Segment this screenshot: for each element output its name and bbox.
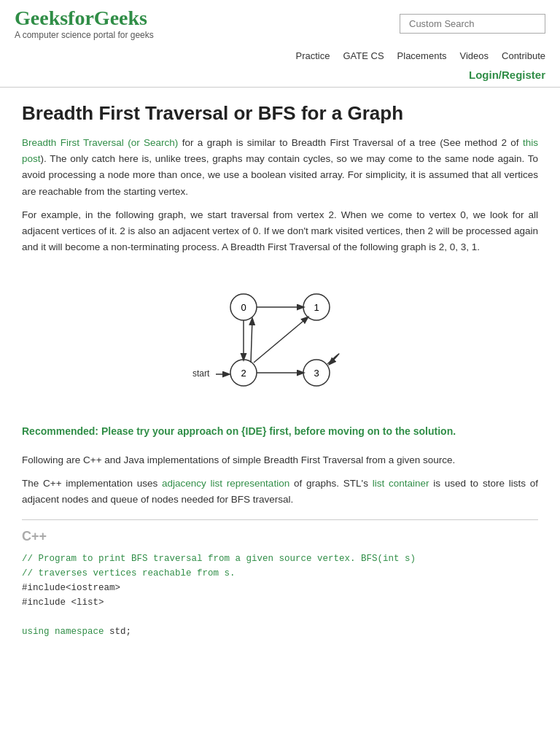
impl-paragraph1: Following are C++ and Java implementatio…: [22, 452, 538, 468]
code-line-3: #include<iostream>: [22, 581, 538, 595]
intro-text2: ). The only catch here is, unlike trees,…: [22, 153, 538, 197]
intro-text1: for a graph is similar to Breadth First …: [178, 137, 523, 148]
code-block: // Program to print BFS traversal from a…: [22, 551, 538, 639]
header-top: GeeksforGeeks A computer science portal …: [15, 7, 545, 46]
impl-text2-part1: The C++ implementation uses: [22, 478, 162, 489]
code-line-6: using namespace std;: [22, 624, 538, 639]
list-container-link[interactable]: list container: [373, 478, 429, 489]
graph-diagram: 0 1 2 3: [22, 271, 538, 402]
svg-line-12: [254, 317, 308, 363]
nav-bar: Practice GATE CS Placements Videos Contr…: [15, 46, 545, 66]
login-register-area: Login/Register: [15, 66, 545, 87]
adj-list-link[interactable]: adjacency list representation: [162, 478, 289, 489]
nav-placements[interactable]: Placements: [397, 50, 447, 66]
search-input[interactable]: [400, 14, 545, 34]
svg-line-10: [251, 319, 252, 363]
nav-contribute[interactable]: Contribute: [502, 50, 545, 66]
main-content: Breadth First Traversal or BFS for a Gra…: [0, 88, 560, 654]
section-separator: [22, 519, 538, 520]
logo-area: GeeksforGeeks A computer science portal …: [15, 7, 154, 40]
header: GeeksforGeeks A computer science portal …: [0, 0, 560, 88]
svg-text:3: 3: [314, 368, 319, 379]
recommended-prefix: Recommended: Please try your approach on: [22, 425, 241, 437]
svg-text:start: start: [192, 368, 210, 379]
bfs-graph-svg: 0 1 2 3: [178, 271, 382, 402]
example-paragraph: For example, in the following graph, we …: [22, 207, 538, 256]
svg-text:2: 2: [241, 368, 246, 379]
intro-paragraph: Breadth First Traversal (or Search) for …: [22, 135, 538, 200]
recommended-suffix: first, before moving on to the solution.: [266, 425, 456, 437]
svg-text:1: 1: [314, 302, 319, 313]
article-title: Breadth First Traversal or BFS for a Gra…: [22, 102, 538, 125]
code-line-1: // Program to print BFS traversal from a…: [22, 551, 538, 566]
impl-paragraph2: The C++ implementation uses adjacency li…: [22, 476, 538, 508]
svg-text:0: 0: [241, 302, 246, 313]
impl-text2-part2: of graphs. STL's: [289, 478, 373, 489]
recommended-text: Recommended: Please try your approach on…: [22, 424, 538, 439]
code-line-2: // traverses vertices reachable from s.: [22, 566, 538, 581]
login-register-link[interactable]: Login/Register: [469, 69, 545, 81]
nav-gate-cs[interactable]: GATE CS: [343, 50, 384, 66]
bfs-link[interactable]: Breadth First Traversal (or Search): [22, 137, 178, 148]
ide-link[interactable]: {IDE}: [241, 425, 266, 437]
recommended-box: Recommended: Please try your approach on…: [22, 424, 538, 439]
nav-videos[interactable]: Videos: [460, 50, 489, 66]
logo-text[interactable]: GeeksforGeeks: [15, 7, 154, 30]
logo-tagline: A computer science portal for geeks: [15, 30, 154, 40]
nav-practice[interactable]: Practice: [296, 50, 330, 66]
article-body: Breadth First Traversal (or Search) for …: [22, 135, 538, 256]
code-line-5: [22, 610, 538, 624]
lang-label: C++: [22, 529, 538, 544]
code-line-4: #include <list>: [22, 595, 538, 610]
